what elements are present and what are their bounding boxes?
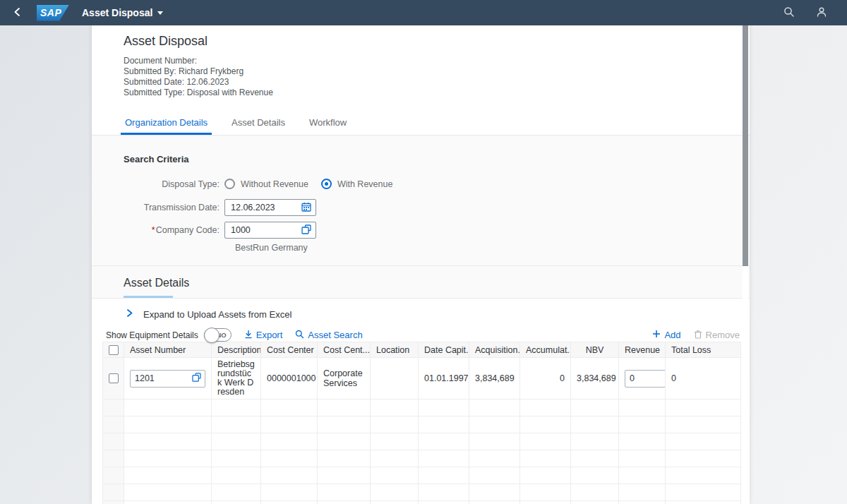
company-code-field: [224, 222, 316, 239]
radio-button-icon[interactable]: [224, 179, 235, 189]
table-row-empty: [103, 501, 741, 504]
asset-table: Asset Number Description Cost Center Cos…: [102, 342, 741, 504]
download-icon: [244, 330, 253, 341]
toggle-knob: [204, 328, 220, 343]
tab-organization-details[interactable]: Organization Details: [124, 112, 209, 135]
submitted-by-line: Submitted By: Richard Frykberg: [124, 66, 718, 76]
col-cost-center: Cost Center: [261, 342, 318, 358]
table-row-empty: [103, 450, 741, 467]
show-equipment-details-label: Show Equipment Details: [106, 330, 198, 340]
select-all-checkbox[interactable]: [109, 345, 119, 355]
radio-without-revenue[interactable]: Without Revenue: [224, 179, 308, 189]
total-loss-cell: 0: [666, 358, 741, 400]
description-cell: Betriebsgrundstück Werk Dresden: [212, 358, 261, 400]
company-code-input[interactable]: [225, 225, 300, 235]
search-criteria-section: Search Criteria Disposal Type: Without R…: [92, 136, 750, 265]
col-date-capitalized: Date Capit...: [419, 342, 469, 358]
value-help-icon: [301, 224, 311, 236]
tab-workflow[interactable]: Workflow: [308, 112, 348, 135]
cost-center-name-cell: Corporate Services: [318, 358, 371, 400]
cost-center-cell: 0000001000: [261, 358, 318, 400]
transmission-date-label: Transmission Date:: [124, 203, 224, 212]
transmission-date-field: [224, 199, 316, 216]
location-cell: [371, 358, 419, 400]
expand-upload-label: Expand to Upload Assets from Excel: [143, 309, 292, 320]
trash-icon: [694, 330, 702, 341]
app-title-menu[interactable]: Asset Disposal: [82, 7, 163, 18]
col-acquisition: Acquisition...: [469, 342, 520, 358]
asset-table-body: Betriebsgrundstück Werk Dresden 00000010…: [103, 358, 741, 504]
asset-search-button[interactable]: Asset Search: [295, 330, 362, 341]
col-cost-center-name: Cost Cent...: [318, 342, 371, 358]
asset-number-field: [130, 370, 205, 388]
scrollbar-track[interactable]: [743, 25, 748, 484]
company-code-description: BestRun Germany: [229, 243, 718, 253]
col-total-loss: Total Loss: [666, 342, 741, 358]
col-nbv: NBV: [571, 342, 619, 358]
col-location: Location: [371, 342, 419, 358]
add-row-button[interactable]: Add: [652, 330, 680, 340]
submitted-date-line: Submitted Date: 12.06.2023: [124, 77, 718, 87]
back-button[interactable]: [10, 4, 24, 22]
table-row-empty: [103, 467, 741, 484]
object-page-header: Asset Disposal Document Number: Submitte…: [92, 25, 750, 112]
shell-profile-button[interactable]: [815, 5, 829, 21]
date-capitalized-cell: 01.01.1997: [419, 358, 469, 400]
scrollbar-thumb[interactable]: [743, 25, 748, 266]
table-row: Betriebsgrundstück Werk Dresden 00000010…: [103, 358, 741, 400]
show-equipment-toggle[interactable]: NO: [204, 328, 232, 342]
col-accumulated: Accumulat...: [520, 342, 571, 358]
asset-value-help-button[interactable]: [191, 373, 205, 384]
search-icon: [295, 330, 304, 341]
col-revenue: Revenue: [619, 342, 666, 358]
asset-disposal-page: Asset Disposal Document Number: Submitte…: [92, 25, 750, 504]
col-description: Description: [212, 342, 261, 358]
plus-icon: [652, 330, 661, 340]
expand-upload-excel[interactable]: Expand to Upload Assets from Excel: [92, 299, 750, 328]
export-button[interactable]: Export: [244, 330, 283, 341]
table-row-empty: [103, 400, 741, 416]
page-title: Asset Disposal: [124, 34, 718, 49]
asset-number-input[interactable]: [131, 373, 191, 383]
search-criteria-title: Search Criteria: [124, 154, 718, 164]
calendar-icon: [301, 202, 311, 214]
table-row-empty: [103, 484, 741, 501]
section-underline: [124, 296, 173, 298]
shell-bar: SAP Asset Disposal: [0, 0, 847, 25]
table-row-empty: [103, 433, 741, 450]
submitted-type-line: Submitted Type: Disposal with Revenue: [124, 88, 718, 97]
revenue-field: [625, 370, 666, 388]
tab-asset-details[interactable]: Asset Details: [230, 112, 287, 135]
chevron-left-icon: [13, 7, 21, 19]
table-row-empty: [103, 416, 741, 433]
company-code-label: *Company Code:: [124, 225, 224, 235]
transmission-date-input[interactable]: [225, 203, 300, 212]
disposal-type-radio-group: Without Revenue With Revenue: [224, 179, 400, 189]
row-checkbox[interactable]: [109, 373, 119, 383]
search-icon: [783, 6, 795, 20]
app-title: Asset Disposal: [82, 7, 152, 18]
nbv-cell: 3,834,689: [571, 358, 619, 400]
remove-row-button[interactable]: Remove: [694, 330, 740, 341]
disposal-type-label: Disposal Type:: [124, 179, 224, 189]
shell-search-button[interactable]: [782, 5, 796, 21]
asset-details-title: Asset Details: [124, 277, 718, 289]
value-help-button[interactable]: [300, 224, 316, 236]
chevron-down-icon: [157, 11, 163, 15]
chevron-right-icon: [126, 308, 133, 320]
document-number-line: Document Number:: [124, 56, 718, 66]
value-help-icon: [192, 373, 201, 384]
date-picker-button[interactable]: [300, 202, 316, 214]
person-icon: [816, 6, 827, 20]
col-asset-number: Asset Number: [124, 342, 212, 358]
accumulated-cell: 0: [520, 358, 571, 400]
sap-logo[interactable]: SAP: [37, 5, 69, 21]
table-header-row: Asset Number Description Cost Center Cos…: [103, 342, 741, 358]
radio-with-revenue[interactable]: With Revenue: [321, 179, 393, 189]
asset-details-panel: Expand to Upload Assets from Excel Show …: [92, 299, 750, 504]
revenue-input[interactable]: [625, 373, 665, 383]
asset-details-section-header: Asset Details: [92, 265, 750, 299]
acquisition-cell: 3,834,689: [469, 358, 520, 400]
tab-bar: Organization Details Asset Details Workf…: [92, 112, 750, 136]
radio-button-icon[interactable]: [321, 179, 332, 189]
